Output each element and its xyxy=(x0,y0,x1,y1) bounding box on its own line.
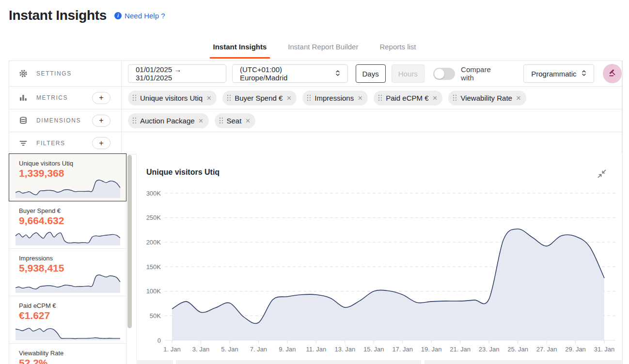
y-axis-tick: 200K xyxy=(146,239,161,246)
settings-controls: 01/01/2025 → 31/01/2025 (UTC+01:00) Euro… xyxy=(122,61,622,87)
y-axis-tick: 150K xyxy=(146,263,161,271)
auction-mode-button[interactable] xyxy=(603,64,622,83)
chip-remove-icon[interactable]: × xyxy=(199,117,204,125)
metric-card-buyer-spend[interactable]: Buyer Spend €9,664.632 xyxy=(9,201,126,249)
x-axis-tick: 9. Jan xyxy=(279,346,296,353)
dimension-chip-seat[interactable]: Seat× xyxy=(215,113,256,128)
metric-card-unique-visitors-utiq[interactable]: Unique visitors Utiq1,339,368 xyxy=(9,153,126,201)
y-axis-tick: 250K xyxy=(146,214,161,221)
chip-label: Buyer Spend € xyxy=(235,94,283,102)
dimensions-label: DIMENSIONS xyxy=(36,117,81,124)
collapse-icon[interactable] xyxy=(597,169,607,179)
chip-label: Auction Package xyxy=(140,117,195,125)
metric-card-viewability-rate[interactable]: Viewability Rate52.2% xyxy=(9,344,126,364)
filters-label: FILTERS xyxy=(36,140,65,147)
page-title: Instant Insights xyxy=(9,8,107,23)
drag-handle-icon xyxy=(132,117,136,124)
filter-chips-row xyxy=(122,132,622,154)
metric-card-label: Paid eCPM € xyxy=(19,302,56,309)
metric-card-label: Buyer Spend € xyxy=(19,207,61,214)
sort-chevrons-icon xyxy=(335,69,340,78)
tab-instant-report-builder[interactable]: Instant Report Builder xyxy=(284,43,362,59)
gavel-icon xyxy=(608,69,616,79)
table-stub-segment xyxy=(137,360,173,364)
sidebar-item-settings[interactable]: SETTINGS xyxy=(9,61,122,87)
x-axis-tick: 31. Jan xyxy=(594,346,615,353)
sidebar-item-filters[interactable]: FILTERS + xyxy=(9,132,122,154)
dimension-chip-auction-package[interactable]: Auction Package× xyxy=(128,113,209,128)
x-axis-tick: 15. Jan xyxy=(363,346,384,353)
x-axis-tick: 19. Jan xyxy=(421,346,442,353)
compare-with-label: Compare with xyxy=(461,65,505,82)
compare-with-toggle[interactable] xyxy=(433,68,455,80)
table-stub-segment xyxy=(176,360,421,364)
sort-chevrons-icon xyxy=(582,69,586,78)
sidebar-item-dimensions[interactable]: DIMENSIONS + xyxy=(9,109,122,132)
chip-label: Paid eCPM € xyxy=(386,94,428,102)
tab-instant-insights[interactable]: Instant Insights xyxy=(210,43,270,59)
add-metric-button[interactable]: + xyxy=(92,92,110,104)
chart-title: Unique visitors Utiq xyxy=(146,168,220,177)
need-help-link[interactable]: i Need Help ? xyxy=(114,12,165,20)
chip-label: Viewability Rate xyxy=(460,94,512,102)
metric-chip-impressions[interactable]: Impressions× xyxy=(302,91,368,106)
sparkline xyxy=(14,272,122,293)
timezone-value: (UTC+01:00) Europe/Madrid xyxy=(240,65,330,82)
sparkline xyxy=(14,319,122,341)
chip-label: Unique visitors Utiq xyxy=(140,94,203,102)
x-axis-tick: 29. Jan xyxy=(565,346,586,353)
tab-reports-list[interactable]: Reports list xyxy=(376,43,419,59)
days-button[interactable]: Days xyxy=(356,64,386,83)
timezone-select[interactable]: (UTC+01:00) Europe/Madrid xyxy=(232,64,348,83)
x-axis-tick: 1. Jan xyxy=(163,346,180,353)
chip-remove-icon[interactable]: × xyxy=(206,94,211,102)
instant-insights-page: Instant Insights i Need Help ? Instant I… xyxy=(0,0,629,364)
metric-chip-buyer-spend[interactable]: Buyer Spend €× xyxy=(222,91,297,106)
need-help-label: Need Help ? xyxy=(125,12,165,20)
unique-visitors-chart: 050K100K150K200K250K300K1. Jan3. Jan5. J… xyxy=(137,154,623,364)
drag-handle-icon xyxy=(453,94,456,101)
channel-select[interactable]: Programmatic xyxy=(523,64,594,83)
metric-chip-unique-visitors-utiq[interactable]: Unique visitors Utiq× xyxy=(128,91,217,106)
hours-button[interactable]: Hours xyxy=(392,64,425,83)
x-axis-tick: 27. Jan xyxy=(536,346,557,353)
date-range-value: 01/01/2025 → 31/01/2025 xyxy=(136,65,219,82)
settings-grid: SETTINGS 01/01/2025 → 31/01/2025 (UTC+01… xyxy=(9,61,622,154)
x-axis-tick: 21. Jan xyxy=(450,346,471,353)
chip-remove-icon[interactable]: × xyxy=(245,117,250,125)
cards-scrollbar[interactable] xyxy=(127,155,132,328)
metric-card-value: 52.2% xyxy=(19,357,48,364)
settings-label: SETTINGS xyxy=(36,70,72,77)
x-axis-tick: 7. Jan xyxy=(250,346,267,353)
add-dimension-button[interactable]: + xyxy=(92,115,110,127)
app-header: Instant Insights i Need Help ? xyxy=(9,8,165,23)
x-axis-tick: 5. Jan xyxy=(221,346,238,353)
sparkline xyxy=(14,177,122,198)
metric-card-paid-ecpm[interactable]: Paid eCPM €€1.627 xyxy=(9,296,126,344)
toggle-knob xyxy=(434,69,444,79)
chip-label: Seat xyxy=(227,117,242,125)
metric-card-impressions[interactable]: Impressions5,938,415 xyxy=(9,249,126,296)
chip-remove-icon[interactable]: × xyxy=(358,94,362,102)
drag-handle-icon xyxy=(219,117,223,124)
metric-chip-viewability-rate[interactable]: Viewability Rate× xyxy=(448,91,526,106)
chip-remove-icon[interactable]: × xyxy=(516,94,521,102)
chip-remove-icon[interactable]: × xyxy=(433,94,438,102)
filter-icon xyxy=(19,139,28,148)
table-stub-segment xyxy=(425,360,622,364)
y-axis-tick: 100K xyxy=(146,288,161,295)
database-icon xyxy=(19,116,28,125)
x-axis-tick: 17. Jan xyxy=(392,346,413,353)
x-axis-tick: 25. Jan xyxy=(507,346,528,353)
drag-handle-icon xyxy=(132,94,136,101)
y-axis-tick: 50K xyxy=(150,312,161,319)
metric-chips-row: Unique visitors Utiq×Buyer Spend €×Impre… xyxy=(122,87,622,109)
chip-remove-icon[interactable]: × xyxy=(286,94,291,102)
date-range-picker[interactable]: 01/01/2025 → 31/01/2025 xyxy=(128,64,226,83)
metric-card-label: Impressions xyxy=(19,255,53,262)
sidebar-item-metrics[interactable]: METRICS + xyxy=(9,87,122,109)
metric-chip-paid-ecpm[interactable]: Paid eCPM €× xyxy=(374,91,442,106)
add-filter-button[interactable]: + xyxy=(92,137,110,149)
metric-cards-panel: Unique visitors Utiq1,339,368Buyer Spend… xyxy=(9,154,126,364)
drag-handle-icon xyxy=(378,94,382,101)
